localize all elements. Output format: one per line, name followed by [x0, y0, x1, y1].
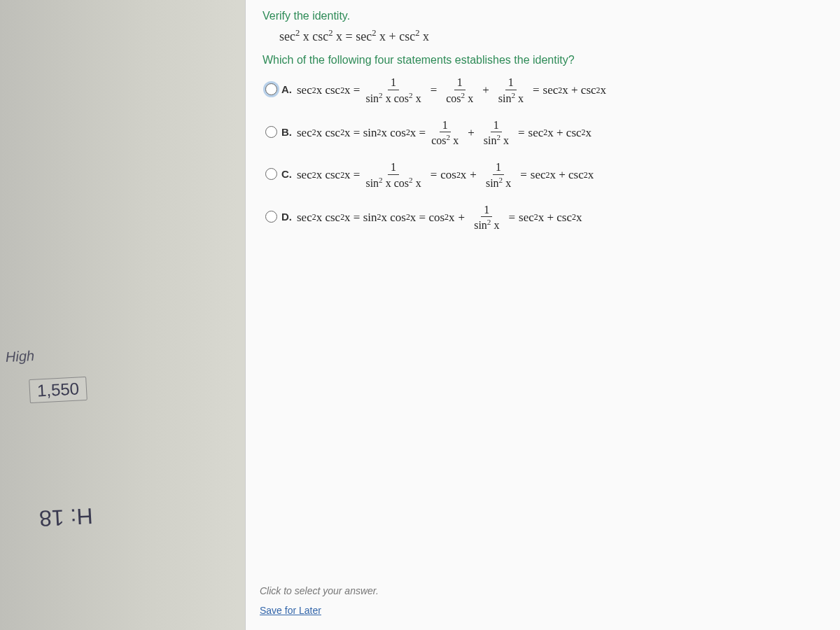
- choice-a[interactable]: A. sec2 x csc2 x = 1sin2 x cos2 x = 1cos…: [265, 76, 823, 105]
- label-b: B.: [281, 126, 297, 138]
- radio-a[interactable]: [265, 83, 277, 95]
- footer-hint: Click to select your answer.: [260, 585, 379, 596]
- equation-d: sec2 x csc2 x = sin2 x cos2 x = cos2 x +…: [297, 204, 582, 232]
- question-panel: Verify the identity. sec2 x csc2 x = sec…: [245, 0, 840, 630]
- label-d: D.: [281, 211, 297, 223]
- label-c: C.: [281, 168, 297, 180]
- photo-left-edge: [0, 0, 238, 630]
- handwriting-1550: 1,550: [29, 377, 88, 403]
- radio-c[interactable]: [265, 168, 277, 180]
- save-for-later-link[interactable]: Save for Later: [260, 605, 379, 616]
- radio-b[interactable]: [265, 126, 277, 138]
- choices-group: A. sec2 x csc2 x = 1sin2 x cos2 x = 1cos…: [265, 76, 823, 232]
- question-text: Which of the following four statements e…: [262, 54, 823, 66]
- radio-d[interactable]: [265, 211, 277, 223]
- equation-b: sec2 x csc2 x = sin2 x cos2 x = 1cos2 x …: [297, 119, 592, 148]
- choice-b[interactable]: B. sec2 x csc2 x = sin2 x cos2 x = 1cos2…: [265, 119, 823, 148]
- label-a: A.: [281, 83, 297, 95]
- equation-a: sec2 x csc2 x = 1sin2 x cos2 x = 1cos2 x…: [297, 76, 606, 105]
- choice-c[interactable]: C. sec2 x csc2 x = 1sin2 x cos2 x = cos2…: [265, 161, 823, 190]
- identity-equation: sec2 x csc2 x = sec2 x + csc2 x: [279, 28, 823, 44]
- handwriting-high: High: [5, 348, 34, 365]
- prompt-text: Verify the identity.: [262, 10, 823, 22]
- equation-c: sec2 x csc2 x = 1sin2 x cos2 x = cos2 x …: [297, 161, 594, 190]
- handwriting-h18: H: 18: [38, 503, 93, 531]
- footer: Click to select your answer. Save for La…: [260, 585, 379, 616]
- choice-d[interactable]: D. sec2 x csc2 x = sin2 x cos2 x = cos2 …: [265, 204, 823, 232]
